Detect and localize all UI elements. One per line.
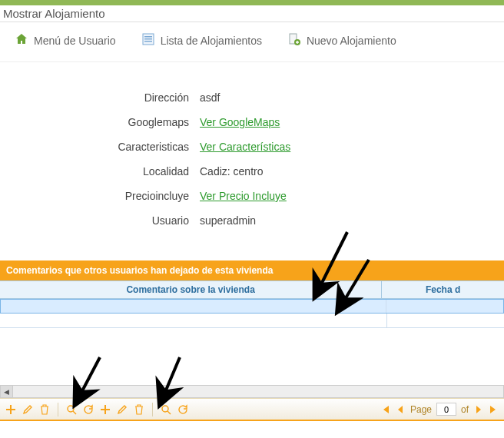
svg-rect-2 bbox=[144, 38, 152, 40]
direccion-label: Dirección bbox=[0, 91, 200, 104]
pager-of-label: of bbox=[461, 404, 469, 415]
direccion-value: asdf bbox=[200, 91, 220, 104]
edit-button[interactable] bbox=[22, 403, 34, 416]
grid-title: Comentarios que otros usuarios han dejad… bbox=[0, 260, 504, 280]
grid-cell-comment bbox=[1, 300, 386, 313]
googlemaps-label: Googlemaps bbox=[0, 116, 200, 128]
caracteristicas-label: Caracteristicas bbox=[0, 141, 200, 153]
grid-header-date[interactable]: Fecha d bbox=[382, 281, 504, 298]
refresh-button-2[interactable] bbox=[177, 403, 189, 416]
scroll-left-arrow-icon[interactable]: ◀ bbox=[1, 386, 13, 397]
menu-bar: Menú de Usuario Lista de Alojamientos Nu… bbox=[0, 22, 504, 62]
grid-cell-comment bbox=[0, 314, 387, 327]
svg-rect-3 bbox=[144, 41, 152, 42]
grid-body bbox=[0, 299, 504, 328]
svg-rect-1 bbox=[144, 36, 152, 38]
precioincluye-link[interactable]: Ver Precio Incluye bbox=[200, 190, 287, 202]
pager-page-label: Page bbox=[410, 404, 432, 415]
grid-cell-date bbox=[387, 314, 504, 327]
grid-header-comment[interactable]: Comentario sobre la vivienda bbox=[0, 281, 382, 298]
refresh-button[interactable] bbox=[82, 403, 94, 416]
edit-button-2[interactable] bbox=[116, 403, 128, 416]
menu-list-label: Lista de Alojamientos bbox=[161, 35, 262, 47]
pager-last-icon[interactable] bbox=[489, 404, 499, 415]
menu-list[interactable]: Lista de Alojamientos bbox=[142, 33, 262, 48]
pager-first-icon[interactable] bbox=[380, 404, 390, 415]
pager: Page of bbox=[380, 403, 499, 416]
grid-header: Comentario sobre la vivienda Fecha d bbox=[0, 280, 504, 299]
delete-button[interactable] bbox=[38, 403, 51, 416]
add-button[interactable] bbox=[5, 403, 17, 416]
search-button[interactable] bbox=[65, 403, 78, 416]
top-accent-bar bbox=[0, 0, 504, 5]
usuario-label: Usuario bbox=[0, 214, 200, 227]
precioincluye-label: Precioincluye bbox=[0, 190, 200, 202]
caracteristicas-link[interactable]: Ver Características bbox=[200, 141, 290, 153]
googlemaps-link[interactable]: Ver GoogleMaps bbox=[200, 116, 280, 128]
delete-button-2[interactable] bbox=[133, 403, 145, 416]
pager-next-icon[interactable] bbox=[473, 404, 484, 415]
grid-cell-date bbox=[386, 300, 503, 313]
pager-prev-icon[interactable] bbox=[395, 404, 406, 415]
localidad-label: Localidad bbox=[0, 165, 200, 178]
menu-new[interactable]: Nuevo Alojamiento bbox=[288, 33, 396, 48]
search-button-2[interactable] bbox=[160, 403, 172, 416]
svg-point-7 bbox=[162, 406, 168, 412]
bottom-accent bbox=[0, 420, 504, 421]
menu-user-label: Menú de Usuario bbox=[34, 35, 116, 47]
details-panel: Dirección asdf Googlemaps Ver GoogleMaps… bbox=[0, 62, 504, 256]
toolbar-separator bbox=[58, 403, 58, 416]
menu-new-label: Nuevo Alojamiento bbox=[307, 35, 396, 47]
grid-row[interactable] bbox=[0, 314, 504, 328]
add-button-2[interactable] bbox=[99, 403, 111, 416]
horizontal-scrollbar[interactable]: ◀ bbox=[0, 385, 504, 398]
list-icon bbox=[142, 33, 154, 48]
usuario-value: superadmin bbox=[200, 214, 256, 227]
svg-point-6 bbox=[68, 406, 74, 412]
pager-page-input[interactable] bbox=[436, 403, 456, 416]
comments-grid: Comentarios que otros usuarios han dejad… bbox=[0, 260, 504, 421]
toolbar-separator bbox=[152, 403, 153, 416]
menu-user[interactable]: Menú de Usuario bbox=[15, 33, 116, 48]
localidad-value: Cadiz: centro bbox=[200, 165, 263, 178]
home-icon bbox=[15, 33, 28, 48]
page-title: Mostrar Alojamiento bbox=[0, 5, 504, 22]
grid-toolbar: Page of bbox=[0, 398, 504, 420]
document-plus-icon bbox=[288, 33, 300, 48]
grid-row[interactable] bbox=[0, 299, 504, 314]
